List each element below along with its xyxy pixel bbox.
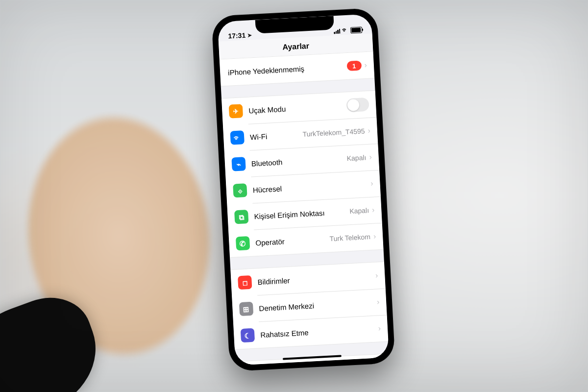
row-label: Operatör (255, 237, 285, 247)
settings-group-general: ⚙︎Genel›AAEkran ve Parlaklık›❀Duvar Kâğı… (235, 353, 389, 365)
chevron-right-icon: › (378, 324, 381, 333)
chevron-right-icon: › (376, 297, 379, 306)
notifications-icon: ◻︎ (238, 275, 252, 290)
location-arrow-icon: ➤ (247, 32, 252, 38)
bluetooth-icon: ⌁ (231, 157, 245, 171)
chevron-right-icon: › (370, 179, 373, 188)
status-right: ᯤ (334, 26, 363, 34)
screen: 17:31 ➤ ᯤ Ayarlar iPhone Yedeklenmemiş1›… (218, 14, 389, 365)
row-label: Bluetooth (251, 158, 283, 168)
settings-list[interactable]: iPhone Yedeklenmemiş1›✈︎Uçak ModuᯤWi-FiT… (220, 51, 389, 366)
cellular-icon: ⟐ (233, 183, 247, 197)
row-label: iPhone Yedeklenmemiş (228, 64, 305, 76)
chevron-right-icon: › (364, 61, 367, 70)
battery-icon (350, 26, 363, 33)
status-left: 17:31 ➤ (228, 31, 252, 40)
airplane-icon: ✈︎ (229, 104, 243, 118)
row-label: Denetim Merkezi (259, 301, 314, 313)
alert-badge: 1 (346, 60, 362, 71)
status-time: 17:31 (228, 31, 246, 40)
chevron-right-icon: › (372, 205, 375, 214)
chevron-right-icon: › (375, 271, 378, 280)
settings-row-general[interactable]: ⚙︎Genel› (235, 354, 389, 365)
wifi-icon: ᯤ (230, 130, 245, 145)
toggle-switch[interactable] (346, 98, 369, 112)
settings-group-notifications: ◻︎Bildirimler›⊞Denetim Merkezi›☾Rahatsız… (230, 262, 388, 350)
chevron-right-icon: › (368, 126, 370, 135)
control-center-icon: ⊞ (239, 302, 253, 316)
row-detail: TurkTelekom_T4595 (302, 127, 365, 138)
row-detail: Kapalı (349, 206, 369, 215)
wifi-status-icon: ᯤ (342, 27, 349, 34)
dnd-icon: ☾ (241, 328, 255, 343)
row-label: Bildirimler (257, 276, 290, 286)
page-title: Ayarlar (282, 42, 309, 52)
row-label: Kişisel Erişim Noktası (254, 208, 325, 220)
chevron-right-icon: › (369, 153, 372, 162)
row-label: Uçak Modu (248, 104, 286, 115)
row-label: Hücresel (252, 184, 282, 194)
hotspot-icon: ⧉ (234, 210, 248, 224)
carrier-icon: ✆ (236, 236, 250, 250)
iphone-frame: 17:31 ➤ ᯤ Ayarlar iPhone Yedeklenmemiş1›… (211, 8, 395, 372)
cellular-signal-icon (334, 28, 341, 34)
row-label: Wi-Fi (250, 132, 268, 141)
row-detail: Turk Telekom (329, 233, 370, 243)
row-detail: Kapalı (346, 153, 366, 162)
settings-group-connectivity: ✈︎Uçak ModuᯤWi-FiTurkTelekom_T4595›⌁Blue… (221, 90, 384, 258)
row-label: Rahatsız Etme (260, 328, 309, 339)
chevron-right-icon: › (373, 232, 376, 241)
